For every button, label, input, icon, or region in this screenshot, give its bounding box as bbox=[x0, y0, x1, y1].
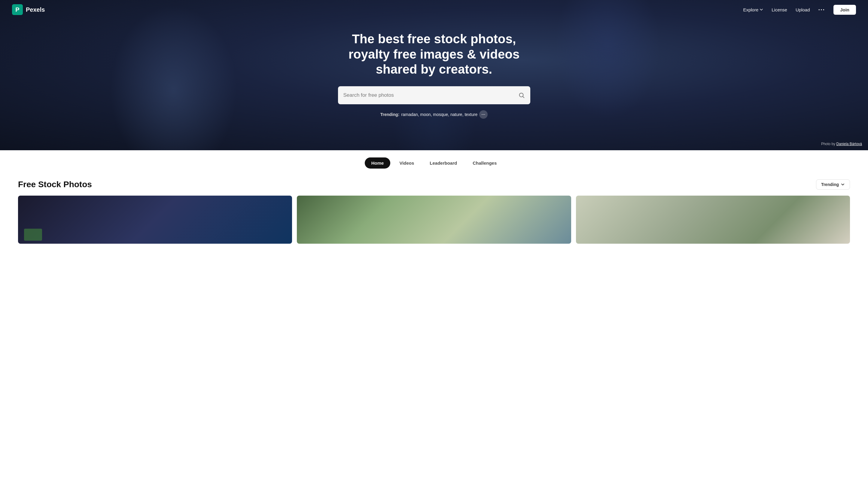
logo-link[interactable]: P Pexels bbox=[12, 4, 45, 15]
trending-terms[interactable]: ramadan, moon, mosque, nature, texture bbox=[401, 112, 478, 117]
svg-line-1 bbox=[523, 96, 524, 98]
photo-grid bbox=[0, 196, 868, 256]
explore-nav-button[interactable]: Explore bbox=[743, 7, 763, 12]
photo-credit-link[interactable]: Daniela Bártová bbox=[836, 142, 862, 146]
license-nav-link[interactable]: License bbox=[772, 7, 787, 12]
more-nav-button[interactable]: ··· bbox=[818, 6, 825, 13]
trending-more-button[interactable]: ··· bbox=[479, 110, 488, 119]
photo-card[interactable] bbox=[576, 196, 850, 244]
search-bar bbox=[338, 86, 530, 104]
search-input[interactable] bbox=[343, 92, 518, 98]
hero-section: The best free stock photos, royalty free… bbox=[0, 0, 868, 150]
upload-nav-link[interactable]: Upload bbox=[796, 7, 810, 12]
trending-label: Trending: bbox=[380, 112, 400, 117]
section-header: Free Stock Photos Trending bbox=[0, 174, 868, 196]
tabs-bar: Home Videos Leaderboard Challenges bbox=[0, 150, 868, 174]
nav-links: Explore License Upload ··· Join bbox=[743, 5, 856, 15]
photo-credit: Photo by Daniela Bártová bbox=[821, 142, 862, 146]
brand-name: Pexels bbox=[26, 6, 45, 13]
hero-title: The best free stock photos, royalty free… bbox=[332, 32, 536, 77]
search-icon[interactable] bbox=[518, 92, 525, 99]
photo-card[interactable] bbox=[297, 196, 571, 244]
join-button[interactable]: Join bbox=[833, 5, 856, 15]
logo-icon: P bbox=[12, 4, 23, 15]
section-title: Free Stock Photos bbox=[18, 180, 92, 189]
trending-row: Trending: ramadan, moon, mosque, nature,… bbox=[332, 110, 536, 119]
tab-challenges[interactable]: Challenges bbox=[466, 157, 503, 169]
tab-home[interactable]: Home bbox=[365, 157, 391, 169]
photo-card[interactable] bbox=[18, 196, 292, 244]
tab-leaderboard[interactable]: Leaderboard bbox=[423, 157, 464, 169]
hero-content: The best free stock photos, royalty free… bbox=[326, 32, 542, 118]
sort-dropdown[interactable]: Trending bbox=[816, 179, 850, 190]
navbar: P Pexels Explore License Upload ··· Join bbox=[0, 0, 868, 19]
sort-label: Trending bbox=[821, 182, 839, 187]
tab-videos[interactable]: Videos bbox=[393, 157, 421, 169]
